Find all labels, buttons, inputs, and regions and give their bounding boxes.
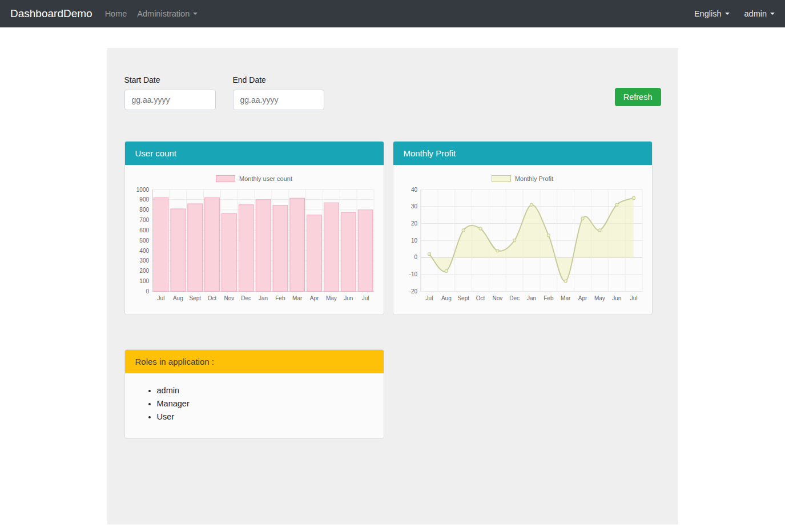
roles-panel: Roles in application : adminManagerUser	[124, 349, 384, 439]
filter-row: Start Date End Date Refresh	[124, 75, 661, 110]
svg-text:May: May	[325, 295, 336, 301]
svg-text:Oct: Oct	[476, 295, 485, 301]
monthly-profit-panel: Monthly Profit Monthly Profit -20-100102…	[393, 141, 653, 315]
charts-row: User count Monthly user count 0100200300…	[124, 141, 661, 315]
refresh-button[interactable]: Refresh	[615, 88, 661, 106]
start-date-input[interactable]	[124, 90, 216, 110]
svg-text:Jul: Jul	[630, 295, 637, 301]
svg-text:Aug: Aug	[441, 295, 451, 301]
user-count-legend-label: Monthly user count	[239, 175, 292, 182]
svg-text:Jan: Jan	[526, 295, 536, 301]
svg-text:Jul: Jul	[361, 295, 369, 301]
navbar-right-links: English admin	[694, 9, 775, 18]
end-date-label: End Date	[233, 75, 324, 84]
user-count-panel: User count Monthly user count 0100200300…	[124, 141, 384, 315]
navbar-left-links: Home Administration	[105, 9, 198, 18]
language-dropdown[interactable]: English	[694, 9, 730, 18]
legend-swatch-yellow	[492, 175, 511, 182]
navbar: DashboardDemo Home Administration Englis…	[0, 0, 785, 27]
svg-text:Sept: Sept	[457, 295, 469, 301]
user-menu-label: admin	[744, 9, 767, 18]
svg-text:10: 10	[410, 237, 417, 244]
chevron-down-icon	[725, 13, 730, 15]
svg-text:Nov: Nov	[224, 295, 234, 301]
nav-item-home[interactable]: Home	[105, 9, 127, 18]
start-date-label: Start Date	[124, 75, 216, 84]
svg-text:May: May	[594, 295, 605, 301]
svg-text:Sept: Sept	[189, 295, 201, 301]
roles-list-item: Manager	[157, 399, 373, 408]
brand-link[interactable]: DashboardDemo	[10, 7, 92, 20]
svg-text:20: 20	[410, 220, 417, 227]
svg-text:Nov: Nov	[492, 295, 502, 301]
svg-text:Mar: Mar	[292, 295, 303, 301]
main-container: Start Date End Date Refresh User count M…	[107, 48, 678, 525]
user-count-legend[interactable]: Monthly user count	[131, 172, 378, 186]
monthly-profit-panel-body: Monthly Profit -20-10010203040JulAugSept…	[393, 165, 652, 315]
roles-panel-body: adminManagerUser	[125, 373, 384, 438]
svg-text:100: 100	[139, 278, 149, 284]
end-date-input[interactable]	[233, 90, 324, 110]
user-count-bar-chart: 01002003004005006007008009001000JulAugSe…	[131, 186, 378, 305]
svg-text:Oct: Oct	[207, 295, 216, 301]
svg-text:40: 40	[410, 187, 417, 193]
monthly-profit-legend-label: Monthly Profit	[515, 175, 553, 182]
chevron-down-icon	[193, 13, 198, 15]
svg-text:200: 200	[139, 268, 149, 274]
svg-text:Apr: Apr	[578, 295, 587, 301]
svg-text:Jan: Jan	[258, 295, 267, 301]
roles-list-item: admin	[157, 386, 373, 395]
svg-text:Dec: Dec	[241, 295, 251, 301]
legend-swatch-pink	[216, 175, 235, 182]
nav-item-administration[interactable]: Administration	[137, 9, 198, 18]
roles-list-item: User	[157, 412, 373, 421]
roles-panel-header: Roles in application :	[125, 350, 384, 373]
end-date-group: End Date	[233, 75, 324, 110]
svg-text:700: 700	[139, 217, 149, 223]
svg-text:Apr: Apr	[309, 295, 319, 301]
svg-text:30: 30	[410, 203, 417, 209]
svg-text:-10: -10	[409, 271, 417, 277]
start-date-group: Start Date	[124, 75, 216, 110]
svg-text:Jun: Jun	[344, 295, 353, 301]
svg-text:1000: 1000	[136, 187, 149, 193]
svg-text:800: 800	[139, 207, 149, 213]
svg-text:Mar: Mar	[561, 295, 571, 301]
svg-text:Jun: Jun	[612, 295, 621, 301]
svg-text:900: 900	[139, 196, 149, 203]
user-count-panel-body: Monthly user count 010020030040050060070…	[125, 165, 384, 315]
svg-text:500: 500	[139, 237, 149, 244]
svg-text:0: 0	[414, 254, 417, 260]
svg-text:600: 600	[139, 227, 149, 233]
language-dropdown-label: English	[694, 9, 722, 18]
svg-text:Dec: Dec	[509, 295, 520, 301]
nav-item-home-label: Home	[105, 9, 127, 18]
roles-list: adminManagerUser	[135, 386, 373, 421]
nav-item-administration-label: Administration	[137, 9, 190, 18]
svg-text:Feb: Feb	[544, 295, 554, 301]
svg-text:Jul: Jul	[425, 295, 433, 301]
svg-text:0: 0	[146, 288, 149, 295]
svg-text:Jul: Jul	[157, 295, 164, 301]
svg-text:300: 300	[139, 257, 149, 264]
monthly-profit-line-chart: -20-10010203040JulAugSeptOctNovDecJanFeb…	[399, 186, 646, 305]
monthly-profit-panel-header: Monthly Profit	[393, 142, 652, 165]
svg-text:Aug: Aug	[172, 295, 183, 301]
svg-text:-20: -20	[409, 288, 417, 295]
svg-text:400: 400	[139, 248, 149, 254]
monthly-profit-legend[interactable]: Monthly Profit	[399, 172, 646, 186]
svg-text:Feb: Feb	[275, 295, 285, 301]
user-menu-dropdown[interactable]: admin	[744, 9, 775, 18]
user-count-panel-header: User count	[125, 142, 384, 165]
chevron-down-icon	[770, 13, 775, 15]
